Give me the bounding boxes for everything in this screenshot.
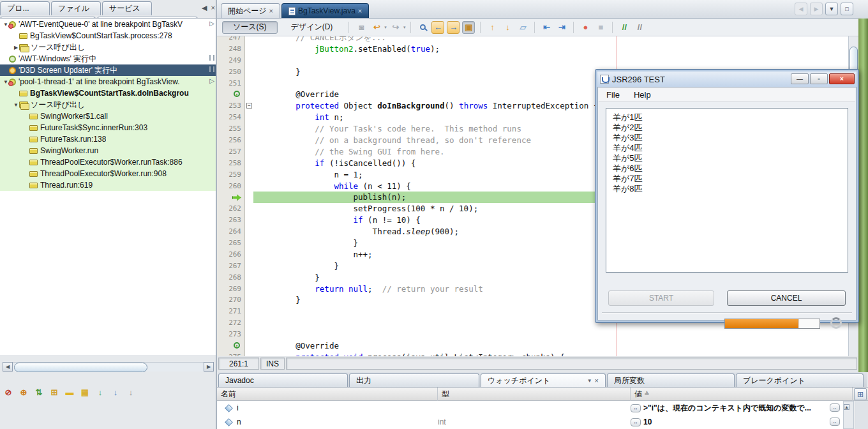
show-columns-icon[interactable]: ▦ <box>79 386 91 398</box>
value-edit-icon[interactable]: ‥ <box>631 404 641 412</box>
prev-bookmark-icon[interactable]: ↑ <box>486 21 498 34</box>
source-view-button[interactable]: ソース(S) <box>222 21 278 34</box>
close-panel-icon[interactable]: × <box>211 4 215 12</box>
jsr296-test-window[interactable]: JSR296 TEST — ▫ × FileHelp 羊が1匹羊が2匹羊が3匹羊… <box>595 69 859 323</box>
debug-settings-icon[interactable]: ⊞ <box>49 386 60 398</box>
tree-item[interactable]: BgTaskView$CountStartTask.process:278 <box>0 30 216 41</box>
close-icon[interactable]: × <box>829 73 855 84</box>
editor-tab-0[interactable]: 開始ページ× <box>221 3 280 18</box>
column-name[interactable]: 名前 <box>217 388 438 401</box>
expander-icon[interactable]: ▼ <box>13 102 19 108</box>
tree-item[interactable]: ▼ソース呼び出し <box>0 99 216 110</box>
expander-icon[interactable]: ▶ <box>13 45 19 50</box>
next-occurrence-icon[interactable]: → <box>447 21 460 34</box>
value-edit-icon[interactable]: ‥ <box>631 418 641 426</box>
watch-row[interactable]: nint‥10‥ <box>217 415 868 429</box>
back-icon-dropdown[interactable]: ▾ <box>384 25 387 30</box>
nav-back-icon[interactable]: ◀ <box>795 3 807 15</box>
shift-right-icon[interactable]: ⇥ <box>555 21 568 34</box>
next-bookmark-icon[interactable]: ↓ <box>501 21 514 34</box>
forward-icon-dropdown[interactable]: ▾ <box>403 25 406 30</box>
tree-item[interactable]: ▼'pool-1-thread-1' at line breakpoint Bg… <box>0 76 216 87</box>
deadlock-detect-icon[interactable]: ⊘ <box>3 386 14 398</box>
bottom-tab-3[interactable]: 局所変数 <box>607 373 735 387</box>
tree-item[interactable]: BgTaskView$CountStartTask.doInBackgrou <box>0 87 216 99</box>
thread-options-icon[interactable]: ⊕ <box>18 386 29 398</box>
tree-item[interactable]: 'D3D Screen Updater' 実行中 <box>0 64 216 76</box>
find-selection-icon[interactable] <box>416 21 429 34</box>
threads-tree-hscrollbar[interactable]: ◀ ▶ <box>3 361 214 372</box>
back-icon[interactable]: ↩ <box>370 21 383 34</box>
override-annotation-icon[interactable]: ↑ <box>234 342 240 349</box>
close-tab-icon[interactable]: × <box>595 377 599 384</box>
toggle-bookmark-icon[interactable]: ▱ <box>516 21 529 34</box>
value-expand-icon[interactable]: ‥ <box>830 403 840 412</box>
tree-item[interactable]: 'AWT-Windows' 実行中 <box>0 53 216 64</box>
resume-icon[interactable]: ▷ <box>209 20 214 27</box>
scroll-left-icon[interactable]: ◀ <box>3 362 13 372</box>
menu-help[interactable]: Help <box>634 90 651 100</box>
bottom-tab-1[interactable]: 出力 <box>349 373 479 387</box>
minimize-panel-icon[interactable]: ◀ <box>202 4 207 12</box>
shift-left-icon[interactable]: ⇤ <box>540 21 553 34</box>
hscroll-thumb[interactable] <box>14 363 147 372</box>
tree-item[interactable]: FutureTask$Sync.innerRun:303 <box>0 122 216 133</box>
design-view-button[interactable]: デザイン(D) <box>281 21 343 34</box>
show-monitors-icon[interactable]: ▬ <box>64 386 75 398</box>
prev-occurrence-icon[interactable]: ← <box>431 21 444 34</box>
tree-item[interactable]: SwingWorker.run <box>0 145 216 156</box>
editor-tab-1[interactable]: BgTaskView.java× <box>281 3 369 18</box>
start-button[interactable]: START <box>608 290 714 306</box>
sheep-list[interactable]: 羊が1匹羊が2匹羊が3匹羊が4匹羊が5匹羊が6匹羊が7匹羊が8匹 <box>606 108 848 273</box>
tree-item[interactable]: ▶ソース呼び出し <box>0 41 216 53</box>
comment-icon[interactable]: // <box>618 21 631 34</box>
left-panel-tab-0[interactable]: プロ... <box>0 1 50 15</box>
maximize-window-icon[interactable]: □ <box>841 3 853 15</box>
resume-icon[interactable]: ▷ <box>209 78 214 84</box>
toggle-highlight-icon[interactable]: ▣ <box>462 21 475 34</box>
pin-chevron-icon[interactable]: ▼ <box>587 377 592 384</box>
tab-list-dropdown-icon[interactable]: ▼ <box>825 3 838 15</box>
tree-item[interactable]: FutureTask.run:138 <box>0 133 216 145</box>
left-panel-tab-1[interactable]: ファイル <box>51 1 101 15</box>
sort-alphabetic-icon[interactable]: ↓ <box>110 386 121 398</box>
tree-item[interactable]: SwingWorker$1.call <box>0 110 216 122</box>
close-tab-icon[interactable]: × <box>269 8 273 15</box>
override-annotation-icon[interactable]: ↑ <box>234 91 240 97</box>
cancel-button[interactable]: CANCEL <box>727 290 846 306</box>
close-tab-icon[interactable]: × <box>358 8 362 15</box>
resume-suspend-icon[interactable]: ⇅ <box>33 386 45 398</box>
variable-value-cell[interactable]: ‥10 <box>631 418 827 426</box>
restore-icon[interactable]: ▫ <box>810 73 828 84</box>
column-value[interactable]: 値 ≜ <box>631 388 853 401</box>
scroll-right-icon[interactable]: ▶ <box>204 362 214 372</box>
stop-macro-icon[interactable]: ■ <box>594 21 607 34</box>
scroll-up-icon[interactable]: ▲ <box>844 404 849 410</box>
table-columns-icon[interactable]: ⊞ <box>854 388 867 400</box>
threads-tree[interactable]: ▼'AWT-EventQueue-0' at line breakpoint B… <box>0 18 216 355</box>
minimize-icon[interactable]: — <box>791 73 809 84</box>
uncomment-icon[interactable]: // <box>633 21 646 34</box>
last-edit-location-icon[interactable]: ◙ <box>355 21 368 34</box>
sort-suspended-icon[interactable]: ↓ <box>94 386 106 398</box>
watch-row[interactable]: i‥>"i"は、現在のコンテキスト内で既知の変数で...‥ <box>217 401 868 415</box>
watches-vscrollbar[interactable]: ▲ <box>843 401 854 429</box>
variable-value-cell[interactable]: ‥>"i"は、現在のコンテキスト内で既知の変数で... <box>631 403 827 414</box>
record-macro-icon[interactable]: ● <box>579 21 592 34</box>
tree-item[interactable]: ▼'AWT-EventQueue-0' at line breakpoint B… <box>0 19 216 30</box>
fold-collapse-icon[interactable]: − <box>246 103 252 109</box>
tree-item[interactable]: ThreadPoolExecutor$Worker.run:908 <box>0 168 216 179</box>
bottom-tab-0[interactable]: Javadoc <box>218 373 348 387</box>
bottom-tab-4[interactable]: ブレークポイント <box>736 373 864 387</box>
line-number: 258 <box>217 158 245 169</box>
nav-forward-icon[interactable]: ▶ <box>810 3 823 15</box>
bottom-tab-2[interactable]: ウォッチポイント▼× <box>481 373 606 387</box>
value-expand-icon[interactable]: ‥ <box>830 418 840 426</box>
forward-icon[interactable]: ↪ <box>389 21 402 34</box>
sort-natural-icon[interactable]: ↓ <box>125 386 137 398</box>
tree-item[interactable]: ThreadPoolExecutor$Worker.runTask:886 <box>0 156 216 168</box>
menu-file[interactable]: File <box>606 90 620 100</box>
tree-item[interactable]: Thread.run:619 <box>0 179 216 191</box>
left-panel-tab-2[interactable]: サービス <box>102 1 152 15</box>
column-type[interactable]: 型 <box>438 388 631 401</box>
